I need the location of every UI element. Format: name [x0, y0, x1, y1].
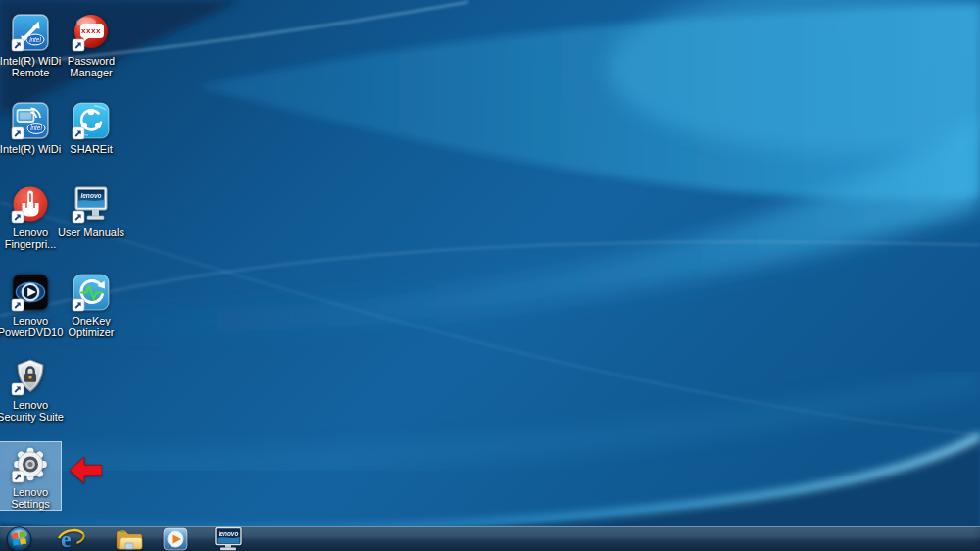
svg-text:lenovo: lenovo [80, 192, 101, 199]
icon-label: OneKeyOptimizer [48, 315, 134, 338]
shortcut-arrow-icon [73, 39, 84, 51]
shortcut-arrow-icon [73, 299, 84, 311]
desktop-icon-shareit[interactable]: SHAREit [61, 98, 122, 155]
svg-text:xxxx: xxxx [81, 26, 101, 35]
lenovo-monitor-icon: lenovo [213, 526, 244, 551]
desktop-icon-lenovo-fingerprint[interactable]: LenovoFingerpri... [0, 181, 61, 250]
annotation-arrow-icon [70, 457, 102, 483]
desktop-icon-lenovo-security-suite[interactable]: LenovoSecurity Suite [0, 354, 61, 423]
password-manager-icon: xxxx [72, 13, 111, 52]
taskbar-item-windows-explorer[interactable] [113, 526, 145, 551]
folder-icon [115, 527, 144, 551]
shortcut-arrow-icon [12, 127, 24, 139]
desktop-icon-lenovo-settings[interactable]: LenovoSettings [0, 442, 61, 510]
shortcut-arrow-icon [73, 127, 84, 139]
desktop-icon-onekey-optimizer[interactable]: OneKeyOptimizer [61, 270, 122, 338]
powerdvd-icon [11, 273, 50, 312]
media-player-icon [163, 527, 188, 551]
shortcut-arrow-icon [12, 383, 24, 395]
shortcut-arrow-icon [12, 211, 24, 223]
onekey-optimizer-icon [72, 273, 111, 312]
shortcut-arrow-icon [12, 39, 24, 51]
taskbar: e lenovo [0, 526, 980, 551]
icon-label: SHAREit [48, 143, 134, 155]
intel-widi-icon: intel [11, 101, 50, 140]
icon-label: LenovoSettings [0, 486, 74, 510]
desktop-icon-password-manager[interactable]: xxxx PasswordManager [61, 10, 122, 78]
desktop-icon-user-manuals[interactable]: lenovo User Manuals [61, 181, 122, 238]
icon-label: LenovoSecurity Suite [0, 399, 74, 423]
settings-gear-icon [11, 445, 50, 483]
security-shield-icon [11, 357, 50, 396]
svg-text:intel: intel [30, 125, 42, 131]
fingerprint-reader-icon [11, 184, 50, 224]
desktop: intel Intel(R) WiDiRemote xxxx PasswordM… [0, 0, 980, 551]
internet-explorer-icon: e [57, 527, 85, 551]
icon-label: PasswordManager [48, 55, 134, 78]
taskbar-item-windows-media-player[interactable] [162, 526, 189, 551]
windows-logo-icon [6, 526, 32, 551]
taskbar-item-lenovo-app[interactable]: lenovo [212, 526, 244, 551]
shareit-icon [72, 101, 111, 140]
icon-label: User Manuals [48, 226, 134, 238]
shortcut-arrow-icon [12, 299, 24, 311]
shortcut-arrow-icon [73, 211, 84, 223]
taskbar-item-internet-explorer[interactable]: e [56, 526, 85, 551]
start-button[interactable] [4, 526, 33, 551]
intel-widi-remote-icon: intel [11, 13, 50, 52]
shortcut-arrow-icon [12, 471, 24, 482]
svg-text:intel: intel [29, 36, 41, 43]
svg-text:lenovo: lenovo [218, 530, 238, 537]
user-manuals-icon: lenovo [72, 184, 111, 224]
